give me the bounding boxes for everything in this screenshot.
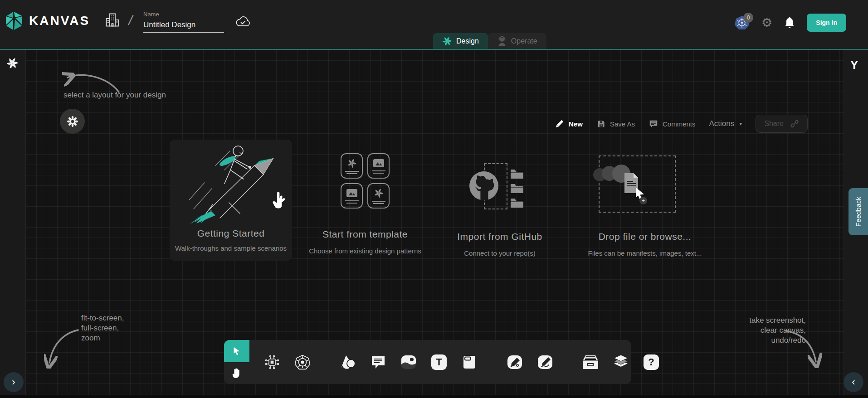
pointer-tools (224, 340, 249, 384)
card-subtitle: Connect to your repo(s) (436, 249, 563, 257)
text-tool-glyph: T (431, 354, 447, 370)
kubernetes-wheel-icon (294, 354, 311, 370)
app-root: KANVAS / Name (0, 0, 868, 398)
canvas-toolbar: New Save As Comments Actions ▾ Share (555, 113, 808, 134)
template-tile (341, 183, 363, 209)
card-title: Getting Started (170, 228, 292, 239)
save-as-label: Save As (610, 120, 635, 128)
layout-selector-button[interactable] (60, 109, 85, 134)
help-glyph: ? (644, 354, 659, 370)
card-title: Drop file or browse... (577, 231, 713, 242)
comment-icon (371, 355, 386, 369)
card-drop-file[interactable]: + Drop file or browse... Files can be ma… (577, 153, 713, 257)
note-tool[interactable] (460, 353, 478, 371)
draw-tools (492, 340, 568, 384)
expand-left-panel-button[interactable]: › (4, 372, 24, 392)
template-tile (341, 153, 363, 179)
feedback-label: Feedback (854, 197, 862, 227)
pen-tool[interactable] (506, 353, 524, 371)
hand-icon (231, 367, 242, 379)
pen-path-icon (507, 354, 523, 370)
organization-building-icon[interactable] (104, 12, 121, 28)
sidebar-pinwheel-icon[interactable] (6, 57, 19, 69)
layout-hint-arrow (62, 61, 121, 95)
hand-cursor-icon (272, 192, 285, 209)
kubernetes-tool[interactable] (293, 353, 312, 371)
app-header: KANVAS / Name (0, 0, 868, 49)
drawer-tool[interactable] (581, 353, 600, 371)
header-actions: 0 ⚙ Sign In (734, 14, 846, 32)
microchip-tool[interactable] (263, 353, 281, 371)
y-logo: Y (850, 58, 858, 72)
pencil-new-icon (555, 119, 565, 129)
image-icon (346, 189, 358, 198)
folder-icon (510, 169, 524, 180)
object-tools: ? (568, 340, 674, 384)
cursor-icon (232, 346, 242, 356)
design-name-input[interactable] (143, 19, 224, 33)
hand-tool[interactable] (224, 362, 249, 384)
card-title: Import from GitHub (436, 231, 563, 242)
layout-hint-text: select a layout for your design (63, 91, 166, 100)
cursor-tool[interactable] (224, 340, 249, 362)
rocket-rider-illustration (185, 142, 281, 226)
actions-dropdown[interactable]: Actions ▾ (709, 119, 742, 128)
microchip-icon (264, 354, 280, 370)
help-tool[interactable]: ? (642, 353, 660, 371)
kanvas-hex-icon (5, 11, 24, 31)
chevron-right-icon: › (12, 376, 15, 388)
kubernetes-status-icon[interactable]: 0 (734, 15, 750, 30)
brand-name: KANVAS (29, 14, 90, 28)
chevron-down-icon: ▾ (739, 121, 742, 127)
pencil-scribble-icon (537, 354, 553, 370)
brand-logo[interactable]: KANVAS (5, 11, 90, 31)
kubernetes-count-badge: 0 (743, 13, 753, 23)
comments-button[interactable]: Comments (649, 119, 696, 129)
comments-icon (649, 119, 658, 129)
image-icon (400, 354, 417, 370)
design-name-field: Name (143, 11, 226, 33)
card-title: Start from template (304, 229, 426, 240)
card-getting-started[interactable]: Getting Started Walk-throughs and sample… (170, 140, 292, 261)
tab-design[interactable]: Design (433, 33, 488, 49)
operate-headset-icon (497, 36, 507, 47)
screenshot-hint-arrow (782, 327, 823, 368)
share-button[interactable]: Share (756, 115, 808, 133)
content-tools: T (325, 340, 492, 384)
notifications-bell-icon[interactable] (784, 16, 795, 29)
zoom-hint-arrow (44, 325, 83, 369)
image-tool[interactable] (400, 353, 418, 371)
github-octocat-icon (468, 170, 500, 201)
pinwheel-icon (347, 158, 357, 168)
card-start-from-template[interactable]: Start from template Choose from existing… (304, 153, 426, 255)
design-canvas[interactable]: select a layout for your design New Save… (26, 50, 844, 398)
card-subtitle: Walk-throughs and sample scenarios (170, 244, 292, 252)
new-button[interactable]: New (555, 119, 583, 129)
pencil-tool[interactable] (536, 353, 554, 371)
layers-tool[interactable] (612, 353, 630, 371)
layers-icon (612, 354, 629, 370)
shapes-tool[interactable] (339, 353, 357, 371)
infra-tools (249, 340, 325, 384)
tab-operate[interactable]: Operate (488, 33, 546, 49)
note-icon (462, 355, 477, 369)
sign-in-button[interactable]: Sign In (807, 14, 846, 32)
canvas-top-border (0, 49, 868, 50)
cloud-saved-icon (235, 15, 251, 29)
text-tool[interactable]: T (430, 353, 448, 371)
tab-operate-label: Operate (511, 37, 537, 45)
collapse-right-panel-button[interactable]: ‹ (844, 372, 863, 392)
card-subtitle: Choose from existing design patterns (304, 247, 426, 255)
template-tile (367, 183, 390, 209)
feedback-tab[interactable]: Feedback (848, 188, 868, 235)
card-import-github[interactable]: Import from GitHub Connect to your repo(… (436, 153, 563, 257)
chevron-left-icon: ‹ (852, 376, 855, 388)
share-label: Share (764, 120, 784, 128)
mode-tabs: Design Operate (433, 33, 546, 49)
settings-gear-icon[interactable]: ⚙ (761, 17, 772, 29)
comment-tool[interactable] (369, 353, 387, 371)
save-as-button[interactable]: Save As (596, 119, 635, 129)
repo-folder-list (510, 169, 524, 209)
name-label: Name (143, 11, 226, 18)
pinwheel-icon (374, 188, 384, 198)
